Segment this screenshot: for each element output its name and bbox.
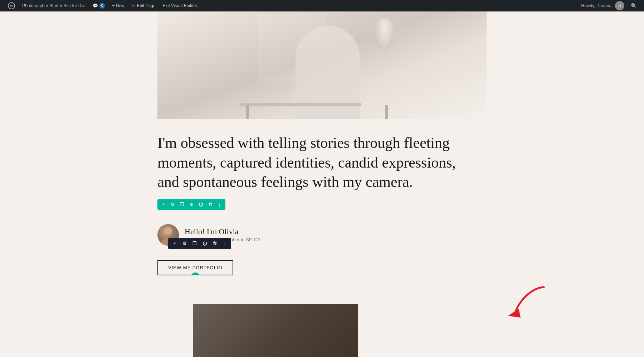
howdy-text: Howdy, Deanna xyxy=(581,3,612,8)
edit-page-link[interactable]: ✏ Edit Page xyxy=(128,0,159,11)
dark-toolbar-trash-icon[interactable]: 🗑 xyxy=(210,239,219,248)
hero-image xyxy=(157,11,487,119)
toolbar-power-icon[interactable]: ⏻ xyxy=(197,201,205,208)
dark-toolbar-more-icon[interactable]: ⋮ xyxy=(220,239,229,248)
bottom-photo-row xyxy=(0,304,644,357)
search-icon[interactable]: 🔍 xyxy=(628,3,640,9)
author-name: Hello! I'm Olivia xyxy=(185,227,260,236)
dark-toolbar-duplicate-icon[interactable]: ❐ xyxy=(190,239,199,248)
toolbar-add-icon[interactable]: + xyxy=(160,201,167,208)
edit-page-label: Edit Page xyxy=(137,3,156,8)
admin-bar-left: W Photographer Starter Site for Divi 💬 0… xyxy=(4,0,581,11)
svg-text:W: W xyxy=(10,4,13,8)
wp-logo-button[interactable]: W xyxy=(4,0,19,11)
dark-toolbar-power-icon[interactable]: ⏻ xyxy=(200,239,209,248)
new-content-link[interactable]: + New xyxy=(108,0,128,11)
page-content: I'm obsessed with telling stories throug… xyxy=(0,11,644,357)
hero-image-section xyxy=(0,11,644,119)
text-section: I'm obsessed with telling stories throug… xyxy=(157,119,487,253)
pencil-icon: ✏ xyxy=(132,3,135,8)
exit-builder-label: Exit Visual Builder xyxy=(163,3,197,8)
bottom-photo xyxy=(193,304,358,357)
admin-bar-right: Howdy, Deanna D 🔍 xyxy=(581,1,640,10)
divi-module-toolbar-green: + ⚙ ❐ ⊞ ⏻ 🗑 ⋮ xyxy=(157,199,225,210)
portfolio-row-area: + ⚙ ❐ ⏻ 🗑 ⋮ View My Portfolio + xyxy=(157,253,487,275)
toolbar-trash-icon[interactable]: 🗑 xyxy=(206,201,214,208)
exit-builder-link[interactable]: Exit Visual Builder xyxy=(159,0,201,11)
main-content-area: I'm obsessed with telling stories throug… xyxy=(0,119,644,357)
toolbar-settings-icon[interactable]: ⚙ xyxy=(169,201,177,208)
comments-link[interactable]: 💬 0 xyxy=(89,0,109,11)
dark-toolbar-settings-icon[interactable]: ⚙ xyxy=(180,239,189,248)
admin-bar: W Photographer Starter Site for Divi 💬 0… xyxy=(0,0,644,11)
main-quote-text: I'm obsessed with telling stories throug… xyxy=(157,133,469,192)
bottom-section: ··· xyxy=(0,275,644,357)
site-name-text: Photographer Starter Site for Divi xyxy=(22,3,86,8)
toolbar-more-icon[interactable]: ⋮ xyxy=(215,201,223,208)
dark-toolbar-add-icon[interactable]: + xyxy=(170,239,179,248)
site-name-link[interactable]: Photographer Starter Site for Divi xyxy=(19,0,89,11)
new-label: + New xyxy=(112,3,124,8)
view-portfolio-label: View My Portfolio xyxy=(168,265,223,270)
toolbar-duplicate-icon[interactable]: ❐ xyxy=(178,201,186,208)
user-avatar[interactable]: D xyxy=(615,1,624,10)
portfolio-button-wrapper: View My Portfolio + xyxy=(157,260,233,275)
comment-icon: 💬 xyxy=(93,3,98,8)
divi-module-toolbar-dark: + ⚙ ❐ ⏻ 🗑 ⋮ xyxy=(168,238,231,249)
toolbar-grid-icon[interactable]: ⊞ xyxy=(187,201,195,208)
comment-count: 0 xyxy=(99,3,105,9)
